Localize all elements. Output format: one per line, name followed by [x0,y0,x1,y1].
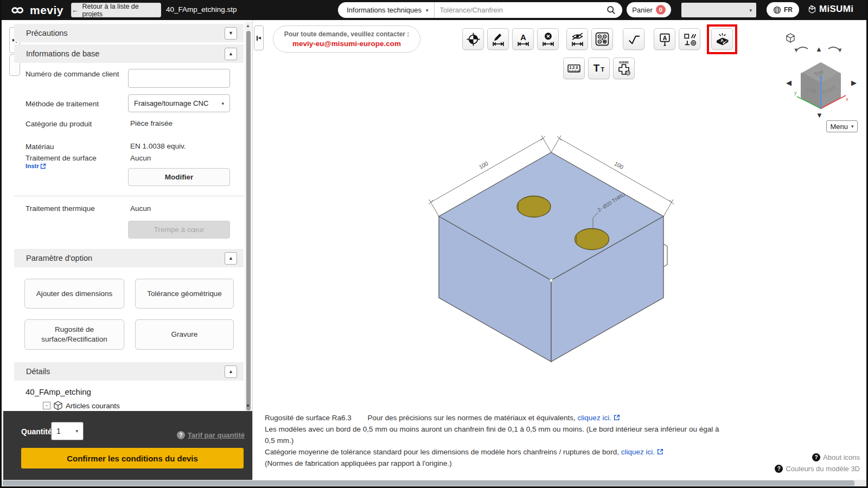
view-cube[interactable]: Top Left Front y x [793,57,851,114]
viewcube-menu-button[interactable]: Menu ▾ [826,120,858,132]
tree-item-current-articles[interactable]: − Articles courants [43,400,120,411]
panel-collapse-handle[interactable]: ◀ [254,25,264,50]
svg-text:123: 123 [569,65,579,70]
rotate-right-arrow[interactable]: ▶ [851,79,857,86]
tree-collapse-icon[interactable]: − [43,402,50,409]
section-precautions-title: Précautions [26,29,68,37]
roughness-note: Rugosité de surface Ra6.3 [265,414,352,422]
axis-x-label: x [846,97,848,102]
hardening-button: Trempe à cœur [128,221,230,239]
surface-treatment-value: Aucun [130,154,151,162]
instr-link[interactable]: Instr [25,163,46,169]
confirm-quote-button[interactable]: Confirmer les conditions du devis [21,448,244,468]
geometric-tolerance-button[interactable]: Tolérance géométrique [135,279,234,309]
edit-dimension-icon [491,32,506,47]
contact-email-link[interactable]: meviy-eu@misumi-europe.com [292,40,401,48]
search-input[interactable] [435,6,604,14]
search-bar: Informations techniques ▾ [338,2,622,18]
instr-link-label: Instr [25,163,39,169]
back-to-projects-button[interactable]: ← Retour à la liste de projets [71,3,161,17]
rotate-up-arrow[interactable]: ▲ [815,46,822,53]
add-dimensions-button[interactable]: Ajouter des dimensions [24,279,124,309]
engraving-tool-button[interactable]: A [711,28,733,50]
material-label: Matériau [25,142,54,151]
delete-dimension-icon [541,32,556,47]
click-here-link[interactable]: cliquez ici. [621,448,655,456]
model-colors-label: Couleurs du modèle 3D [786,465,860,473]
expand-section-button[interactable]: ▼ [225,27,237,40]
hole-pattern-icon [595,31,610,47]
quantity-label: Quantité [21,427,52,436]
text-size-icon: T T [591,61,607,76]
click-here-link[interactable]: cliquez ici. [578,414,611,422]
model-viewport[interactable]: 100 100 2- Ø20 THRU [414,130,696,369]
annotation-sign-button[interactable]: A [654,28,675,50]
brand-text: MiSUMi [819,4,853,15]
six-views-icon: 6VIEWS [616,60,632,76]
six-views-button[interactable]: 6VIEWS [613,57,635,79]
datum-target-button[interactable] [462,28,484,50]
geometric-tolerance-icon [682,32,697,47]
delete-dimension-button[interactable] [537,28,559,50]
language-button[interactable]: FR [767,2,799,17]
svg-text:A: A [520,33,526,41]
rotate-left-arrow[interactable]: ◀ [786,79,792,86]
about-icons-link[interactable]: ? About icons [756,453,860,461]
note-line-2: Les modèles avec un bord de 0,5 mm ou mo… [265,425,719,433]
tech-info-select[interactable]: Informations techniques ▾ [338,2,435,18]
model-vertex-marker[interactable] [550,279,553,282]
sidebar-scrollbar[interactable]: ▲ ▼ [245,22,252,411]
modify-button[interactable]: Modifier [128,168,230,186]
scrollbar-thumb[interactable] [246,31,251,410]
model-colors-link[interactable]: ? Couleurs du modèle 3D [756,465,860,473]
hole-pattern-button[interactable] [591,28,613,50]
text-size-button[interactable]: T T [588,57,610,79]
geometric-tolerance-tool-button[interactable] [679,28,700,50]
dimension-left-label: 100 [477,160,489,170]
section-options-title: Paramètre d'option [26,254,92,262]
rotate-cw-icon[interactable] [827,46,843,55]
model-edge-notch [663,244,667,267]
collapse-section-button[interactable]: ▲ [225,48,237,60]
measure-123-button[interactable]: 123 [563,57,585,79]
order-number-label: Numéro de commande client [25,69,120,79]
quantity-select[interactable]: 1 ▾ [51,422,84,440]
section-options: Paramètre d'option ▲ [14,249,244,267]
tolerance-note: Catégorie moyenne de tolérance standard … [265,448,619,456]
engraving-icon: A [715,32,730,47]
material-value: EN 1.0038 equiv. [130,142,186,150]
edit-dimension-button[interactable] [487,28,509,50]
tariff-per-quantity-link[interactable]: ? Tarif par quantité [177,431,245,439]
external-link-icon[interactable] [657,448,663,455]
material-standards-note: Pour des précisions sur les normes de ma… [367,414,575,422]
chevron-down-icon: ▾ [221,101,224,106]
horizontal-scrollbar-thumb[interactable] [3,480,854,486]
note-line-5: (Normes de fabrication appliquées par ra… [265,459,452,467]
text-dimension-button[interactable]: A [512,28,534,50]
surface-roughness-button[interactable]: Rugosité de surface/Rectification [24,319,124,350]
meviy-logo[interactable]: meviy [10,2,63,18]
model-hole-1[interactable] [517,196,551,217]
model-hole-2[interactable] [575,229,609,250]
order-number-input[interactable] [128,69,230,88]
surface-check-button[interactable] [623,28,644,50]
scroll-up-icon[interactable]: ▲ [246,23,250,28]
account-select[interactable]: ▾ [681,3,756,17]
processing-method-select[interactable]: Fraisage/tournage CNC ▾ [128,94,230,112]
search-button[interactable] [604,5,622,15]
isometric-view-icon[interactable] [785,33,796,43]
about-icons-label: About icons [823,453,860,461]
collapse-section-button[interactable]: ▲ [225,365,237,378]
horizontal-scrollbar[interactable] [2,480,866,486]
scroll-down-icon[interactable]: ▼ [246,403,250,408]
collapse-section-button[interactable]: ▲ [225,252,237,265]
quantity-value: 1 [56,427,61,435]
hide-dimension-button[interactable] [566,28,588,50]
handle-bar-icon [257,36,258,41]
rotate-ccw-icon[interactable] [794,46,809,55]
svg-text:T: T [601,66,604,73]
cart-button[interactable]: Panier 0 [627,2,671,17]
chevron-down-icon: ▾ [75,428,78,434]
external-link-icon[interactable] [614,414,620,421]
engraving-button[interactable]: Gravure [135,319,234,350]
